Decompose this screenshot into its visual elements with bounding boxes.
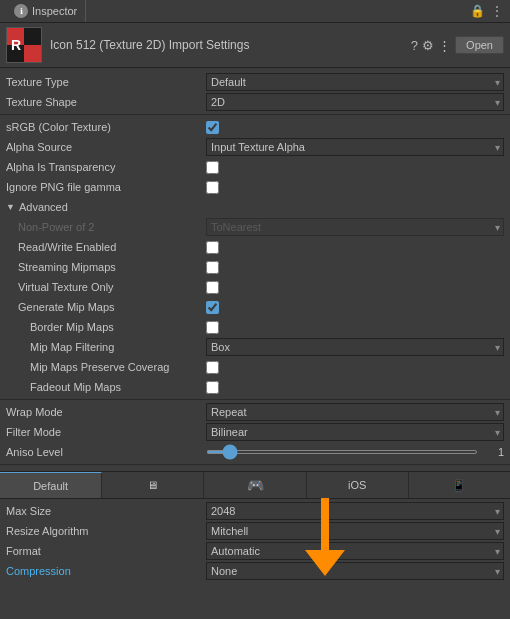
texture-type-label: Texture Type xyxy=(6,76,206,88)
open-button[interactable]: Open xyxy=(455,36,504,54)
srgb-label: sRGB (Color Texture) xyxy=(6,121,206,133)
resize-algorithm-select[interactable]: Mitchell xyxy=(206,522,504,540)
fadeout-mip-row: Fadeout Mip Maps xyxy=(0,377,510,397)
wrap-mode-select[interactable]: Repeat xyxy=(206,403,504,421)
max-size-row: Max Size 2048 xyxy=(0,501,510,521)
border-mip-value xyxy=(206,321,504,334)
non-power-select[interactable]: ToNearest xyxy=(206,218,504,236)
ignore-png-row: Ignore PNG file gamma xyxy=(0,177,510,197)
streaming-mip-value xyxy=(206,261,504,274)
advanced-section-header[interactable]: ▼ Advanced xyxy=(0,197,510,217)
compression-value[interactable]: None xyxy=(206,562,504,580)
advanced-label: Advanced xyxy=(19,201,68,213)
alpha-source-row: Alpha Source Input Texture Alpha xyxy=(0,137,510,157)
wrap-mode-value[interactable]: Repeat xyxy=(206,403,504,421)
format-row: Format Automatic xyxy=(0,541,510,561)
menu-icon[interactable]: ⋮ xyxy=(490,4,504,18)
resize-algorithm-label: Resize Algorithm xyxy=(6,525,206,537)
format-value[interactable]: Automatic xyxy=(206,542,504,560)
fadeout-mip-label: Fadeout Mip Maps xyxy=(6,381,206,393)
title-bar-label: Inspector xyxy=(32,5,77,17)
aniso-level-value: 1 xyxy=(206,446,504,458)
mip-filtering-label: Mip Map Filtering xyxy=(6,341,206,353)
divider-3 xyxy=(0,464,510,465)
preserve-coverage-label: Mip Maps Preserve Coverag xyxy=(6,361,206,373)
generate-mip-checkbox[interactable] xyxy=(206,301,219,314)
filter-mode-select[interactable]: Bilinear xyxy=(206,423,504,441)
fadeout-mip-checkbox[interactable] xyxy=(206,381,219,394)
alpha-source-value[interactable]: Input Texture Alpha xyxy=(206,138,504,156)
alpha-transparency-label: Alpha Is Transparency xyxy=(6,161,206,173)
read-write-checkbox[interactable] xyxy=(206,241,219,254)
preserve-coverage-value xyxy=(206,361,504,374)
streaming-mip-checkbox[interactable] xyxy=(206,261,219,274)
alpha-source-label: Alpha Source xyxy=(6,141,206,153)
resize-algorithm-value[interactable]: Mitchell xyxy=(206,522,504,540)
texture-shape-select[interactable]: 2D xyxy=(206,93,504,111)
filter-mode-value[interactable]: Bilinear xyxy=(206,423,504,441)
more-icon[interactable]: ⋮ xyxy=(438,38,451,53)
lock-icon[interactable]: 🔒 xyxy=(470,4,484,18)
virtual-texture-label: Virtual Texture Only xyxy=(6,281,206,293)
srgb-checkbox[interactable] xyxy=(206,121,219,134)
texture-shape-value[interactable]: 2D xyxy=(206,93,504,111)
border-mip-row: Border Mip Maps xyxy=(0,317,510,337)
srgb-row: sRGB (Color Texture) xyxy=(0,117,510,137)
nintendo-icon: 🎮 xyxy=(247,477,264,493)
virtual-texture-row: Virtual Texture Only xyxy=(0,277,510,297)
tab-nintendo[interactable]: 🎮 xyxy=(204,472,306,498)
non-power-value[interactable]: ToNearest xyxy=(206,218,504,236)
wrap-mode-row: Wrap Mode Repeat xyxy=(0,402,510,422)
border-mip-checkbox[interactable] xyxy=(206,321,219,334)
read-write-value xyxy=(206,241,504,254)
title-bar: ℹ Inspector 🔒 ⋮ xyxy=(0,0,510,23)
ignore-png-checkbox[interactable] xyxy=(206,181,219,194)
generate-mip-label: Generate Mip Maps xyxy=(6,301,206,313)
non-power-label: Non-Power of 2 xyxy=(6,221,206,233)
aniso-level-slider[interactable] xyxy=(206,450,478,454)
srgb-value xyxy=(206,121,504,134)
texture-type-row: Texture Type Default xyxy=(0,72,510,92)
main-settings: Texture Type Default Texture Shape 2D xyxy=(0,68,510,471)
virtual-texture-value xyxy=(206,281,504,294)
border-mip-label: Border Mip Maps xyxy=(6,321,206,333)
virtual-texture-checkbox[interactable] xyxy=(206,281,219,294)
android-icon: 📱 xyxy=(452,479,466,492)
mip-filtering-value[interactable]: Box xyxy=(206,338,504,356)
settings-icon[interactable]: ⚙ xyxy=(422,38,434,53)
texture-type-value[interactable]: Default xyxy=(206,73,504,91)
tab-android[interactable]: 📱 xyxy=(409,472,510,498)
alpha-transparency-checkbox[interactable] xyxy=(206,161,219,174)
preserve-coverage-row: Mip Maps Preserve Coverag xyxy=(0,357,510,377)
svg-rect-2 xyxy=(24,45,41,62)
preserve-coverage-checkbox[interactable] xyxy=(206,361,219,374)
compression-label: Compression xyxy=(6,565,206,577)
format-select[interactable]: Automatic xyxy=(206,542,504,560)
file-title: Icon 512 (Texture 2D) Import Settings xyxy=(50,38,249,52)
file-thumbnail: R xyxy=(6,27,42,63)
monitor-icon: 🖥 xyxy=(147,479,158,491)
inspector-tab[interactable]: ℹ Inspector xyxy=(6,0,86,22)
alpha-transparency-value xyxy=(206,161,504,174)
aniso-level-number: 1 xyxy=(484,446,504,458)
alpha-transparency-row: Alpha Is Transparency xyxy=(0,157,510,177)
texture-shape-row: Texture Shape 2D xyxy=(0,92,510,112)
generate-mip-row: Generate Mip Maps xyxy=(0,297,510,317)
max-size-value[interactable]: 2048 xyxy=(206,502,504,520)
non-power-row: Non-Power of 2 ToNearest xyxy=(0,217,510,237)
help-icon[interactable]: ? xyxy=(411,38,418,53)
format-label: Format xyxy=(6,545,206,557)
resize-algorithm-row: Resize Algorithm Mitchell xyxy=(0,521,510,541)
ignore-png-label: Ignore PNG file gamma xyxy=(6,181,206,193)
texture-type-select[interactable]: Default xyxy=(206,73,504,91)
compression-select[interactable]: None xyxy=(206,562,504,580)
tab-monitor[interactable]: 🖥 xyxy=(102,472,204,498)
max-size-select[interactable]: 2048 xyxy=(206,502,504,520)
platform-tabs: Default 🖥 🎮 iOS 📱 xyxy=(0,471,510,499)
tab-ios[interactable]: iOS xyxy=(307,472,409,498)
tab-default[interactable]: Default xyxy=(0,472,102,498)
alpha-source-select[interactable]: Input Texture Alpha xyxy=(206,138,504,156)
mip-filtering-select[interactable]: Box xyxy=(206,338,504,356)
platform-settings: Max Size 2048 Resize Algorithm Mitchell xyxy=(0,499,510,583)
settings-content: Texture Type Default Texture Shape 2D xyxy=(0,68,510,618)
